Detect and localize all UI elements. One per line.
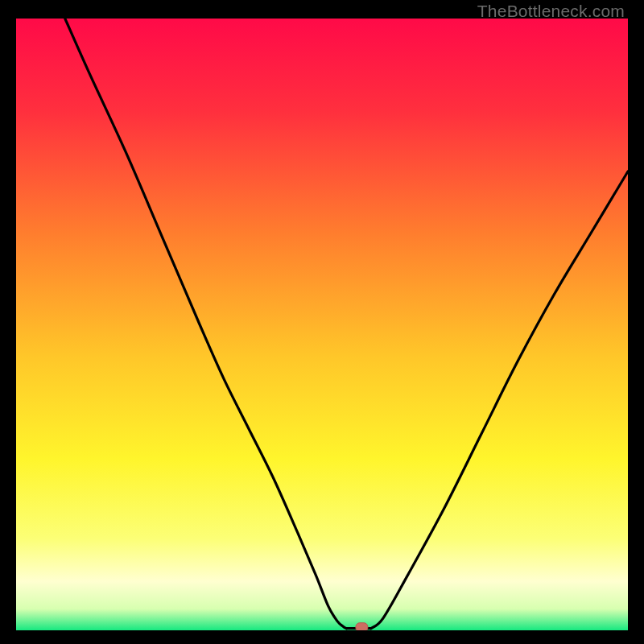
optimum-marker: [356, 623, 368, 630]
bottleneck-chart: [16, 19, 628, 630]
chart-frame: [16, 19, 628, 630]
